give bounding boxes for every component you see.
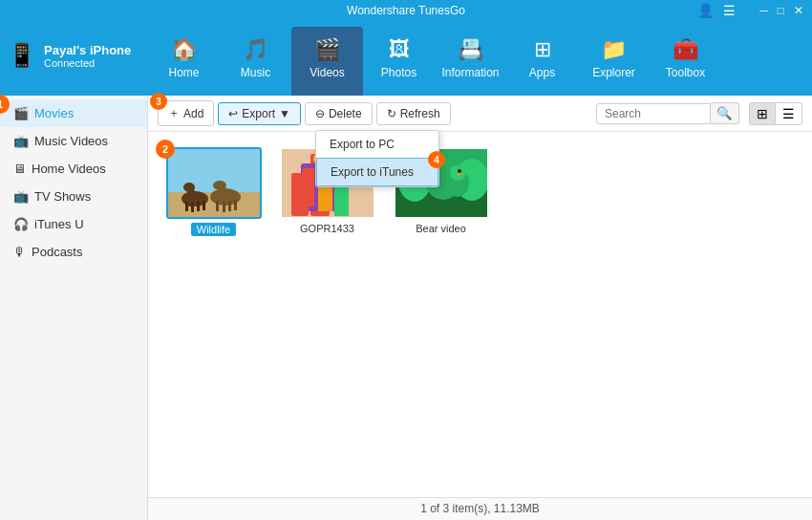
video-label-bear: Bear video [416, 223, 466, 234]
view-buttons: ⊞ ☰ [749, 102, 802, 125]
tab-explorer[interactable]: 📁 Explorer [578, 27, 650, 96]
tab-apps[interactable]: ⊞ Apps [506, 27, 578, 96]
svg-rect-12 [216, 201, 219, 211]
export-to-pc-label: Export to PC [330, 138, 395, 151]
svg-rect-7 [197, 202, 200, 211]
list-view-button[interactable]: ☰ [776, 102, 802, 125]
tv-shows-icon: 📺 [13, 189, 29, 204]
svg-point-4 [183, 183, 195, 192]
svg-point-11 [213, 181, 226, 190]
video-item-wildlife[interactable]: 2 [163, 147, 264, 236]
sidebar: 🎬 Movies 1 📺 Music Videos 🖥 Home Videos … [0, 96, 148, 520]
device-info: 📱 Payal's iPhone Connected [8, 42, 146, 69]
export-to-itunes-label: Export to iTunes [331, 165, 414, 179]
svg-point-32 [458, 169, 461, 173]
video-thumb-wildlife [166, 147, 262, 219]
sidebar-item-home-videos[interactable]: 🖥 Home Videos [0, 155, 147, 183]
tab-information[interactable]: 📇 Information [435, 27, 506, 96]
sidebar-itunes-u-label: iTunes U [34, 217, 84, 231]
svg-rect-23 [291, 173, 309, 216]
music-videos-icon: 📺 [13, 134, 29, 148]
menu-icon[interactable]: ☰ [723, 3, 736, 18]
sidebar-item-podcasts[interactable]: 🎙 Podcasts [0, 238, 147, 266]
home-icon: 🏠 [171, 37, 197, 62]
video-label-gopr1433: GOPR1433 [300, 223, 354, 234]
music-icon: 🎵 [243, 37, 268, 62]
toolbar: ＋ Add 3 ↩ Export ▼ ⊖ Delete [148, 96, 812, 132]
podcasts-icon: 🎙 [13, 245, 26, 259]
search-icon: 🔍 [716, 106, 733, 120]
tab-explorer-label: Explorer [592, 66, 635, 79]
add-icon: ＋ [168, 105, 180, 121]
device-name: Payal's iPhone [44, 43, 131, 57]
badge-4: 4 [428, 151, 445, 168]
export-label: Export [242, 107, 275, 120]
status-bar: 1 of 3 item(s), 11.13MB [148, 497, 812, 520]
user-icon[interactable]: 👤 [697, 3, 714, 18]
svg-rect-14 [228, 201, 231, 211]
device-icon: 📱 [8, 42, 36, 69]
add-button-container: ＋ Add 3 [158, 100, 214, 126]
video-label-wildlife: Wildlife [191, 223, 236, 236]
apps-icon: ⊞ [534, 37, 551, 62]
export-to-pc-item[interactable]: Export to PC [316, 131, 438, 158]
refresh-label: Refresh [400, 107, 440, 120]
sidebar-item-movies[interactable]: 🎬 Movies 1 [0, 99, 147, 127]
minimize-button[interactable]: ─ [757, 4, 771, 17]
add-label: Add [183, 107, 203, 120]
tab-photos[interactable]: 🖼 Photos [363, 27, 435, 96]
tab-toolbox-label: Toolbox [666, 66, 705, 79]
tab-photos-label: Photos [381, 66, 417, 79]
grid-view-button[interactable]: ⊞ [749, 102, 776, 125]
toolbar-search: 🔍 [596, 102, 739, 124]
delete-button[interactable]: ⊖ Delete [305, 102, 373, 125]
tab-apps-label: Apps [529, 66, 555, 79]
svg-rect-13 [223, 202, 225, 212]
movies-icon: 🎬 [13, 106, 29, 120]
sidebar-movies-label: Movies [34, 106, 74, 120]
nav-tabs: 🏠 Home 🎵 Music 🎬 Videos 🖼 Photos 📇 Infor… [148, 21, 721, 96]
app-title: Wondershare TunesGo [347, 4, 465, 17]
sidebar-item-music-videos[interactable]: 📺 Music Videos [0, 127, 147, 155]
horse-scene-svg [168, 149, 262, 219]
videos-icon: 🎬 [314, 37, 340, 62]
sidebar-home-videos-label: Home Videos [32, 162, 106, 176]
delete-label: Delete [329, 107, 362, 120]
sidebar-item-itunes-u[interactable]: 🎧 iTunes U [0, 210, 147, 238]
sidebar-item-tv-shows[interactable]: 📺 TV Shows [0, 183, 147, 210]
tab-toolbox[interactable]: 🧰 Toolbox [650, 27, 721, 96]
sidebar-podcasts-label: Podcasts [32, 245, 82, 259]
tab-videos-label: Videos [310, 66, 344, 79]
svg-rect-6 [191, 203, 194, 212]
explorer-icon: 📁 [601, 37, 627, 62]
export-to-itunes-item[interactable]: Export to iTunes 4 [316, 158, 438, 186]
badge-3: 3 [150, 93, 167, 110]
close-button[interactable]: ✕ [791, 4, 806, 17]
photos-icon: 🖼 [389, 37, 410, 62]
svg-rect-15 [234, 200, 237, 210]
maximize-button[interactable]: □ [775, 4, 787, 17]
video-grid: 2 [148, 132, 812, 497]
export-button[interactable]: ↩ Export ▼ [218, 102, 301, 125]
information-icon: 📇 [458, 37, 483, 62]
export-dropdown: Export to PC Export to iTunes 4 [315, 130, 439, 187]
refresh-button[interactable]: ↻ Refresh [376, 102, 451, 125]
tab-home[interactable]: 🏠 Home [148, 27, 220, 96]
status-text: 1 of 3 item(s), 11.13MB [420, 502, 540, 515]
tab-videos[interactable]: 🎬 Videos [291, 27, 363, 96]
search-button[interactable]: 🔍 [711, 102, 739, 124]
itunes-u-icon: 🎧 [13, 217, 29, 231]
device-status: Connected [44, 57, 131, 69]
toolbox-icon: 🧰 [673, 37, 698, 62]
title-bar: Wondershare TunesGo 👤 ☰ ─ □ ✕ [0, 0, 812, 21]
sidebar-music-videos-label: Music Videos [34, 134, 108, 148]
svg-rect-8 [203, 201, 205, 210]
tab-information-label: Information [441, 66, 499, 79]
export-button-container: ↩ Export ▼ [218, 102, 301, 125]
content-area: ＋ Add 3 ↩ Export ▼ ⊖ Delete [148, 96, 812, 520]
search-input[interactable] [596, 103, 711, 124]
tab-music[interactable]: 🎵 Music [220, 27, 291, 96]
badge-1: 1 [0, 95, 10, 114]
chevron-down-icon: ▼ [279, 107, 290, 120]
svg-rect-5 [185, 202, 188, 211]
